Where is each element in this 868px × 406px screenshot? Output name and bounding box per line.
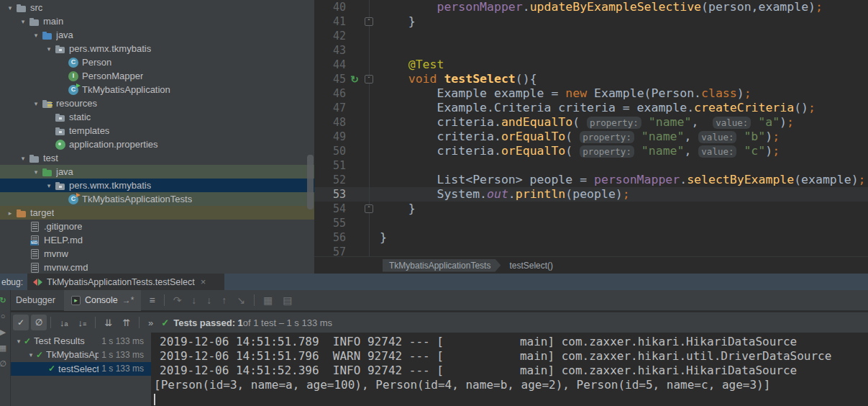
code-line[interactable]: 51	[314, 158, 868, 173]
code-line[interactable]: 57	[314, 245, 868, 256]
tree-item-person[interactable]: Person	[0, 55, 314, 69]
mute-breakpoints-icon[interactable]: ∅	[0, 356, 10, 371]
chevron-down-icon[interactable]: ▾	[17, 18, 29, 25]
line-number[interactable]: 49	[314, 130, 346, 144]
tree-item-java[interactable]: ▾java	[0, 28, 314, 42]
layout-settings-icon[interactable]: ▤	[278, 294, 297, 306]
close-icon[interactable]: ×	[201, 276, 206, 287]
line-number[interactable]: 57	[314, 245, 346, 256]
layout-menu-icon[interactable]: ≡	[144, 294, 160, 306]
code-line[interactable]: 43	[314, 43, 868, 58]
line-number[interactable]: 42	[314, 29, 346, 43]
tree-item-pers-wmx-tkmybatis[interactable]: ▾pers.wmx.tkmybatis	[0, 42, 314, 55]
chevron-right-icon[interactable]: ▸	[4, 209, 16, 217]
run-to-cursor-icon[interactable]: ↘	[232, 294, 250, 306]
line-number[interactable]: 51	[314, 158, 346, 173]
run-test-gutter-icon[interactable]: ↻	[347, 72, 362, 86]
rerun-icon[interactable]: ↻	[0, 292, 10, 308]
editor-panel[interactable]: 40 personMapper.updateByExampleSelective…	[314, 0, 868, 274]
tree-item-java[interactable]: ▾java	[0, 165, 314, 179]
step-out-icon[interactable]: ↑	[216, 294, 232, 306]
step-into-icon[interactable]: ↓	[186, 294, 201, 306]
line-number[interactable]: 53	[314, 187, 346, 202]
line-number[interactable]: 41	[314, 14, 346, 29]
code-line[interactable]: 44 @Test	[314, 58, 868, 72]
code-line[interactable]: 52 List<Person> people = personMapper.se…	[314, 173, 868, 187]
console-output[interactable]: 2019-12-06 14:51:51.789 INFO 92742 --- […	[151, 333, 868, 406]
line-number[interactable]: 54	[314, 202, 346, 216]
show-passed-button[interactable]: ✓	[13, 315, 29, 330]
line-number[interactable]: 43	[314, 43, 346, 58]
stop-icon[interactable]: ○	[0, 308, 10, 324]
chevron-down-icon[interactable]: ▾	[43, 45, 55, 53]
line-number[interactable]: 47	[314, 101, 346, 115]
tree-item-tkmybatisapplicationtests[interactable]: TkMybatisApplicationTests	[0, 192, 314, 206]
line-number[interactable]: 52	[314, 173, 346, 187]
tree-item-tkmybatisapplication[interactable]: TkMybatisApplication	[0, 83, 314, 96]
tree-item--gitignore[interactable]: .gitignore	[0, 220, 314, 233]
code-line[interactable]: 48 criteria.andEqualTo( property: "name"…	[314, 115, 868, 130]
sort-by-duration-icon[interactable]: ↓≡	[73, 317, 92, 328]
test-tree-item-tkmybatisapplicationtests[interactable]: ▾✓TkMybatisApplicationTests1 s 133 ms	[11, 348, 151, 361]
debug-session-tab[interactable]: TkMybatisApplicationTests.testSelect ×	[27, 274, 224, 290]
tree-item-main[interactable]: ▾main	[0, 14, 314, 28]
code-area[interactable]: 40 personMapper.updateByExampleSelective…	[314, 0, 868, 256]
chevron-more-icon[interactable]: »	[143, 317, 158, 328]
code-line[interactable]: 41ˆ }	[314, 14, 868, 29]
line-number[interactable]: 56	[314, 230, 346, 245]
code-line[interactable]: 40 personMapper.updateByExampleSelective…	[314, 0, 868, 14]
chevron-down-icon[interactable]: ▾	[17, 155, 29, 162]
tree-item-application-properties[interactable]: application.properties	[0, 137, 314, 151]
sort-alphabetically-icon[interactable]: ↓a	[55, 317, 73, 328]
tree-item-mvnw[interactable]: mvnw	[0, 247, 314, 261]
line-number[interactable]: 45	[314, 72, 346, 86]
tree-item-help-md[interactable]: MDHELP.md	[0, 233, 314, 247]
line-number[interactable]: 46	[314, 86, 346, 101]
tab-debugger[interactable]: Debugger	[11, 295, 64, 305]
chevron-down-icon[interactable]: ▾	[26, 351, 36, 358]
evaluate-expression-icon[interactable]: ▦	[258, 294, 278, 306]
chevron-down-icon[interactable]: ▾	[30, 168, 42, 176]
code-line[interactable]: 50 criteria.orEqualTo( property: "name",…	[314, 144, 868, 158]
code-line[interactable]: 46 Example example = new Example(Person.…	[314, 86, 868, 101]
project-tree-scrollbar[interactable]	[307, 155, 314, 209]
expand-all-icon[interactable]: ⇊	[99, 317, 117, 328]
test-tree-item-testselect[interactable]: ✓testSelect1 s 133 ms	[11, 362, 151, 376]
tree-item-mvnw-cmd[interactable]: mvnw.cmd	[0, 261, 314, 274]
collapse-all-icon[interactable]: ⇈	[117, 317, 135, 328]
fold-end-icon[interactable]: ˆ	[365, 204, 373, 213]
ignore-tests-button[interactable]: ∅	[31, 315, 47, 330]
chevron-down-icon[interactable]: ▾	[4, 4, 16, 12]
tree-item-src[interactable]: ▾src	[0, 1, 314, 14]
tree-item-personmapper[interactable]: PersonMapper	[0, 69, 314, 83]
code-line[interactable]: 45↻ˇ void testSelect(){	[314, 72, 868, 86]
code-line[interactable]: 53 System.out.println(people);	[314, 187, 868, 202]
step-over-icon[interactable]: ↷	[168, 294, 187, 306]
tree-item-test[interactable]: ▾test	[0, 151, 314, 165]
tree-item-templates[interactable]: templates	[0, 124, 314, 137]
code-line[interactable]: 47 Example.Criteria criteria = example.c…	[314, 101, 868, 115]
chevron-down-icon[interactable]: ▾	[14, 338, 24, 345]
tree-item-pers-wmx-tkmybatis[interactable]: ▾pers.wmx.tkmybatis	[0, 179, 314, 192]
test-tree-item-test-results[interactable]: ▾✓Test Results1 s 133 ms	[11, 334, 151, 348]
code-line[interactable]: 56}	[314, 230, 868, 245]
code-line[interactable]: 42	[314, 29, 868, 43]
line-number[interactable]: 40	[314, 0, 346, 14]
fold-end-icon[interactable]: ˆ	[365, 17, 373, 26]
code-line[interactable]: 55	[314, 216, 868, 230]
tree-item-static[interactable]: static	[0, 110, 314, 124]
tab-console[interactable]: ▸ Console →*	[64, 290, 142, 311]
line-number[interactable]: 48	[314, 115, 346, 130]
chevron-down-icon[interactable]: ▾	[30, 32, 42, 39]
tree-item-resources[interactable]: ▾resources	[0, 96, 314, 110]
breadcrumb-method[interactable]: testSelect()	[509, 261, 553, 271]
force-step-into-icon[interactable]: ↓	[201, 294, 216, 306]
line-number[interactable]: 50	[314, 144, 346, 158]
resume-icon[interactable]: ▶	[0, 324, 10, 340]
code-line[interactable]: 49 criteria.orEqualTo( property: "name",…	[314, 130, 868, 144]
tree-item-target[interactable]: ▸target	[0, 206, 314, 220]
code-line[interactable]: 54ˆ }	[314, 202, 868, 216]
chevron-down-icon[interactable]: ▾	[30, 100, 42, 107]
fold-start-icon[interactable]: ˇ	[365, 75, 373, 84]
line-number[interactable]: 44	[314, 58, 346, 72]
